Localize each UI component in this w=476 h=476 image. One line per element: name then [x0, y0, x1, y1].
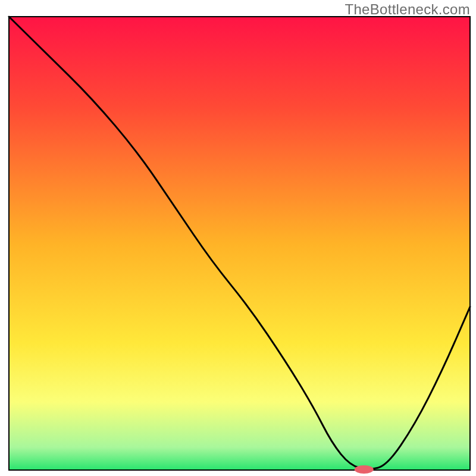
selected-marker: [355, 465, 374, 474]
chart-stage: TheBottleneck.com: [0, 0, 476, 476]
bottleneck-chart: [0, 0, 476, 476]
